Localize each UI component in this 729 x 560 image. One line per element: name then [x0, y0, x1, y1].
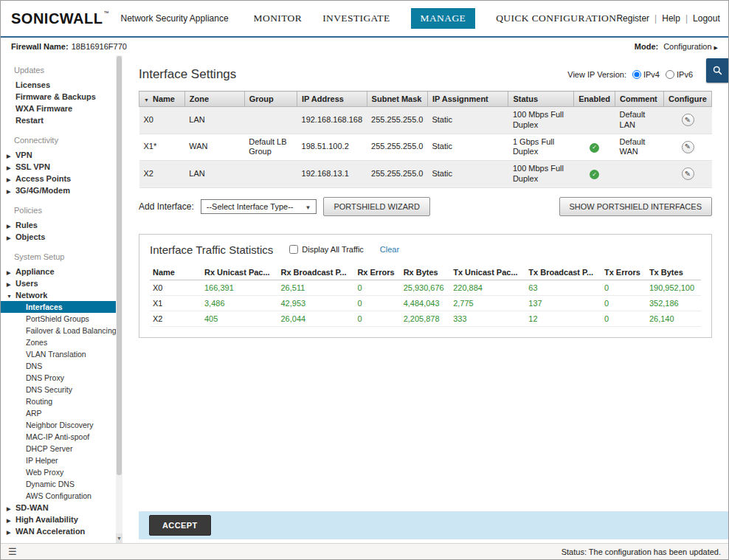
nav-investigate[interactable]: INVESTIGATE	[322, 13, 390, 24]
sidebar-item-arp[interactable]: ARP	[1, 407, 116, 419]
sidebar-item-high-availability[interactable]: High Availability	[1, 514, 116, 525]
interface-type-select[interactable]: --Select Interface Type--	[201, 199, 317, 214]
scroll-down-button[interactable]	[116, 533, 122, 543]
sidebar-item-3g4g-modem[interactable]: 3G/4G/Modem	[1, 184, 116, 196]
logout-link[interactable]: Logout	[693, 13, 720, 24]
column-header-zone[interactable]: Zone	[184, 91, 244, 107]
configure-edit-icon[interactable]	[682, 114, 694, 126]
menu-icon[interactable]	[8, 546, 17, 557]
search-button[interactable]	[706, 58, 728, 83]
configure-edit-icon[interactable]	[682, 141, 694, 153]
column-header-status[interactable]: Status	[508, 91, 574, 107]
sidebar-item-label: ARP	[26, 409, 42, 418]
ipv6-radio[interactable]	[666, 70, 674, 79]
sidebar-item-aws-configuration[interactable]: AWS Configuration	[1, 490, 116, 502]
separator: |	[685, 13, 688, 24]
sidebar-item-portshield-groups[interactable]: PortShield Groups	[1, 313, 116, 325]
nav-monitor[interactable]: MONITOR	[254, 13, 303, 24]
sidebar-item-mac-ip-anti-spoof[interactable]: MAC-IP Anti-spoof	[1, 431, 116, 443]
body-wrap: Updates Licenses Firmware & Backups WXA …	[1, 55, 728, 543]
ipv4-radio[interactable]	[632, 70, 641, 79]
help-link[interactable]: Help	[662, 13, 680, 24]
interface-row-x0[interactable]: X0 LAN 192.168.168.168 255.255.255.0 Sta…	[139, 107, 712, 134]
view-ip-version: View IP Version: IPv4 IPv6	[567, 70, 693, 79]
register-link[interactable]: Register	[616, 13, 649, 24]
sidebar-item-licenses[interactable]: Licenses	[1, 79, 116, 91]
sidebar-item-wxa-firmware[interactable]: WXA Firmware	[1, 103, 116, 114]
stats-cell: 137	[525, 295, 601, 311]
stats-cell: 2,205,878	[401, 311, 451, 326]
sidebar-item-label: SSL VPN	[15, 162, 50, 171]
sidebar-item-objects[interactable]: Objects	[1, 231, 116, 243]
nav-quick-configuration[interactable]: QUICK CONFIGURATION	[496, 13, 616, 24]
stats-cell: X2	[150, 311, 201, 326]
sidebar-item-neighbor-discovery[interactable]: Neighbor Discovery	[1, 419, 116, 431]
cell-ip-assignment: Static	[427, 134, 508, 161]
cell-status: 100 Mbps Full Duplex	[508, 161, 574, 188]
sidebar-item-label: Network	[15, 291, 47, 300]
cell-subnet-mask: 255.255.255.0	[367, 134, 427, 161]
sidebar-item-label: VLAN Translation	[26, 350, 86, 359]
chevron-right-icon	[714, 42, 718, 51]
sidebar-item-label: Dynamic DNS	[26, 480, 75, 488]
stats-cell: 26,044	[277, 311, 354, 326]
sidebar-item-vlan-translation[interactable]: VLAN Translation	[1, 348, 116, 360]
cell-ip-assignment: Static	[427, 161, 508, 188]
stats-cell: 63	[525, 280, 601, 295]
stats-column-rx-broadcast: Rx Broadcast P...	[277, 265, 354, 280]
stats-cell: 333	[450, 311, 525, 326]
display-all-traffic-option[interactable]: Display All Traffic	[289, 245, 364, 254]
column-header-ip-assignment[interactable]: IP Assignment	[427, 91, 508, 107]
ipv6-option[interactable]: IPv6	[666, 70, 693, 79]
clear-link[interactable]: Clear	[380, 245, 399, 254]
sidebar-item-interfaces[interactable]: Interfaces	[1, 301, 116, 313]
sidebar-item-ip-helper[interactable]: IP Helper	[1, 454, 116, 466]
sidebar-scrollbar[interactable]	[116, 55, 122, 543]
sidebar-item-dhcp-server[interactable]: DHCP Server	[1, 443, 116, 454]
sidebar-item-dns[interactable]: DNS	[1, 360, 116, 372]
sidebar-item-rules[interactable]: Rules	[1, 219, 116, 231]
sidebar-item-dns-security[interactable]: DNS Security	[1, 384, 116, 395]
portshield-wizard-button[interactable]: PORTSHIELD WIZARD	[323, 197, 430, 216]
sidebar-item-web-proxy[interactable]: Web Proxy	[1, 466, 116, 478]
column-header-configure[interactable]: Configure	[664, 91, 712, 107]
sidebar-item-appliance[interactable]: Appliance	[1, 266, 116, 277]
sidebar-item-label: Interfaces	[26, 303, 63, 311]
sidebar-item-failover-load-balancing[interactable]: Failover & Load Balancing	[1, 325, 116, 336]
column-header-comment[interactable]: Comment	[615, 91, 664, 107]
mode-indicator[interactable]: Mode: Configuration	[635, 42, 718, 51]
sidebar-item-network[interactable]: Network	[1, 289, 116, 301]
sidebar-item-firmware-backups[interactable]: Firmware & Backups	[1, 91, 116, 103]
stats-cell: 405	[201, 311, 277, 326]
sidebar-item-wan-acceleration[interactable]: WAN Acceleration	[1, 525, 116, 537]
stats-cell: X1	[150, 295, 201, 311]
sidebar-item-dynamic-dns[interactable]: Dynamic DNS	[1, 478, 116, 490]
ipv4-option[interactable]: IPv4	[632, 70, 660, 79]
display-all-traffic-checkbox[interactable]	[289, 245, 298, 254]
configure-edit-icon[interactable]	[682, 167, 694, 180]
sidebar-item-access-points[interactable]: Access Points	[1, 173, 116, 184]
interface-row-x2[interactable]: X2 LAN 192.168.13.1 255.255.255.0 Static…	[139, 161, 712, 188]
column-header-group[interactable]: Group	[244, 91, 297, 107]
interface-row-x1[interactable]: X1* WAN Default LB Group 198.51.100.2 25…	[139, 134, 712, 161]
column-header-name[interactable]: Name	[139, 91, 185, 107]
sidebar-item-dns-proxy[interactable]: DNS Proxy	[1, 372, 116, 384]
sidebar-item-zones[interactable]: Zones	[1, 336, 116, 348]
sidebar-item-restart[interactable]: Restart	[1, 114, 116, 126]
sidebar-item-routing[interactable]: Routing	[1, 395, 116, 407]
scrollbar-thumb[interactable]	[117, 56, 122, 475]
sidebar-item-label: WXA Firmware	[15, 104, 72, 113]
main-content: Interface Settings View IP Version: IPv4…	[122, 55, 728, 543]
show-portshield-interfaces-button[interactable]: SHOW PORTSHIELD INTERFACES	[559, 197, 713, 216]
column-header-subnet-mask[interactable]: Subnet Mask	[367, 91, 427, 107]
sidebar-item-ssl-vpn[interactable]: SSL VPN	[1, 161, 116, 173]
column-header-enabled[interactable]: Enabled	[574, 91, 615, 107]
sidebar-item-users[interactable]: Users	[1, 277, 116, 289]
column-header-ip-address[interactable]: IP Address	[297, 91, 367, 107]
sidebar-item-vpn[interactable]: VPN	[1, 149, 116, 161]
nav-manage[interactable]: MANAGE	[411, 8, 476, 29]
stats-cell: 166,391	[201, 280, 277, 295]
accept-button[interactable]: ACCEPT	[149, 515, 211, 536]
add-interface-row: Add Interface: --Select Interface Type--…	[139, 197, 712, 216]
sidebar-item-sd-wan[interactable]: SD-WAN	[1, 502, 116, 514]
